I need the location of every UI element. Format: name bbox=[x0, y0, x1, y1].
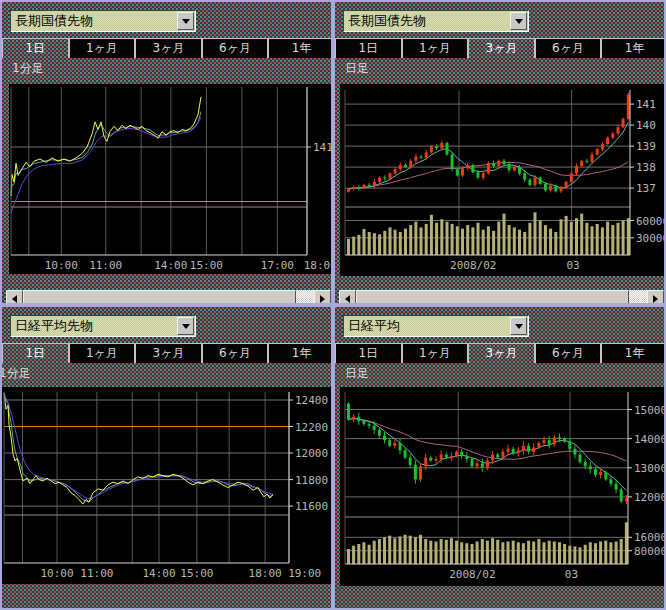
volume-bar bbox=[606, 222, 609, 255]
volume-bar bbox=[539, 221, 542, 256]
candle-body bbox=[522, 446, 525, 450]
candle-body bbox=[440, 143, 443, 148]
candle-body bbox=[575, 166, 578, 173]
candle-body bbox=[584, 462, 587, 466]
x-axis-time-label: 10:00 bbox=[40, 567, 73, 580]
candle-body bbox=[461, 168, 464, 175]
candle-body bbox=[378, 178, 381, 182]
volume-bar bbox=[435, 542, 438, 565]
candle-body bbox=[352, 417, 355, 420]
candle-body bbox=[503, 161, 506, 164]
volume-bar bbox=[601, 227, 604, 255]
volume-bar bbox=[573, 547, 576, 565]
scroll-right-button[interactable] bbox=[314, 290, 331, 305]
candle-body bbox=[548, 440, 551, 444]
candle-body bbox=[357, 187, 360, 188]
x-axis-time-label: 2008/02 bbox=[449, 568, 495, 581]
volume-bar bbox=[503, 214, 506, 255]
candle-body bbox=[435, 459, 438, 461]
volume-bar bbox=[518, 230, 521, 255]
candle-body bbox=[579, 455, 582, 462]
volume-bar bbox=[604, 541, 607, 564]
x-axis-time-label: 19:00 bbox=[288, 567, 321, 580]
volume-bar bbox=[558, 542, 561, 564]
right-arrow-icon bbox=[320, 295, 329, 303]
volume-bar bbox=[429, 541, 432, 564]
candle-body bbox=[383, 178, 386, 179]
candle-body bbox=[523, 173, 526, 179]
volume-bar bbox=[460, 542, 463, 564]
volume-bar bbox=[615, 542, 618, 565]
x-axis-time-label: 14:00 bbox=[142, 567, 175, 580]
candle-body bbox=[496, 455, 499, 458]
volume-bar bbox=[553, 542, 556, 565]
candle-body bbox=[599, 472, 602, 475]
candle-body bbox=[625, 498, 628, 501]
volume-bar bbox=[523, 232, 526, 255]
volume-bar bbox=[378, 234, 381, 255]
volume-tick-label: 80000 bbox=[634, 545, 666, 558]
x-axis-time-label: 2008/02 bbox=[450, 259, 496, 272]
volume-bar bbox=[352, 546, 355, 564]
volume-bar bbox=[352, 237, 355, 255]
volume-tick-label: 30000 bbox=[636, 232, 666, 245]
candle-body bbox=[460, 452, 463, 456]
volume-bar bbox=[611, 225, 614, 255]
volume-bar bbox=[585, 223, 588, 255]
volume-bar bbox=[507, 542, 510, 565]
y-axis-tick-label: 12000 bbox=[295, 447, 328, 460]
candle-body bbox=[446, 143, 449, 155]
volume-bar bbox=[347, 239, 350, 255]
volume-bar bbox=[517, 542, 520, 564]
volume-bar bbox=[394, 230, 397, 255]
volume-bar bbox=[512, 541, 515, 564]
volume-bar bbox=[568, 546, 571, 564]
volume-bar bbox=[544, 225, 547, 255]
candle-body bbox=[549, 186, 552, 190]
right-arrow-icon bbox=[653, 295, 662, 303]
volume-bar bbox=[560, 219, 563, 255]
candle-body bbox=[414, 157, 417, 161]
volume-bar bbox=[599, 542, 602, 565]
panel-nikkei-daily: 日経平均1日1ヶ月3ヶ月6ヶ月1年日足150001400013000120001… bbox=[333, 305, 666, 610]
candle-body bbox=[347, 189, 350, 192]
candle-body bbox=[527, 446, 530, 452]
scrollbar-thumb[interactable] bbox=[356, 290, 629, 305]
y-axis-tick-label: 138 bbox=[636, 161, 656, 174]
volume-bar bbox=[617, 223, 620, 255]
candle-body bbox=[568, 442, 571, 449]
volume-bar bbox=[409, 225, 412, 255]
scrollbar-thumb[interactable] bbox=[23, 290, 296, 305]
candle-body bbox=[553, 437, 556, 444]
horizontal-scrollbar[interactable] bbox=[339, 290, 664, 305]
volume-bar bbox=[383, 231, 386, 255]
volume-bar bbox=[471, 227, 474, 255]
candle-body bbox=[476, 463, 479, 466]
candlestick-chart-canvas: 15000140001300012000160000800002008/0203 bbox=[335, 307, 666, 610]
volume-bar bbox=[440, 219, 443, 255]
candle-body bbox=[352, 187, 355, 189]
panel-jgb-futures-daily: 長期国債先物1日1ヶ月3ヶ月6ヶ月1年日足1411401391381376000… bbox=[333, 0, 666, 305]
candle-body bbox=[606, 138, 609, 144]
volume-bar bbox=[373, 233, 376, 255]
volume-bar bbox=[425, 224, 428, 255]
volume-bar bbox=[399, 232, 402, 255]
volume-tick-label: 160000 bbox=[634, 531, 666, 544]
volume-bar bbox=[497, 222, 500, 255]
volume-bar bbox=[424, 539, 427, 564]
volume-bar bbox=[456, 226, 459, 255]
candle-body bbox=[534, 178, 537, 185]
candle-body bbox=[455, 452, 458, 456]
candle-body bbox=[373, 426, 376, 430]
candle-body bbox=[594, 469, 597, 475]
y-axis-tick-label: 12400 bbox=[295, 394, 328, 407]
scroll-left-button[interactable] bbox=[339, 290, 356, 305]
horizontal-scrollbar[interactable] bbox=[6, 290, 331, 305]
scroll-left-button[interactable] bbox=[6, 290, 23, 305]
volume-bar bbox=[591, 226, 594, 255]
scroll-right-button[interactable] bbox=[647, 290, 664, 305]
y-axis-tick-label: 12000 bbox=[634, 491, 666, 504]
volume-bar bbox=[627, 218, 630, 255]
volume-bar bbox=[347, 549, 350, 564]
volume-bar bbox=[471, 544, 474, 564]
